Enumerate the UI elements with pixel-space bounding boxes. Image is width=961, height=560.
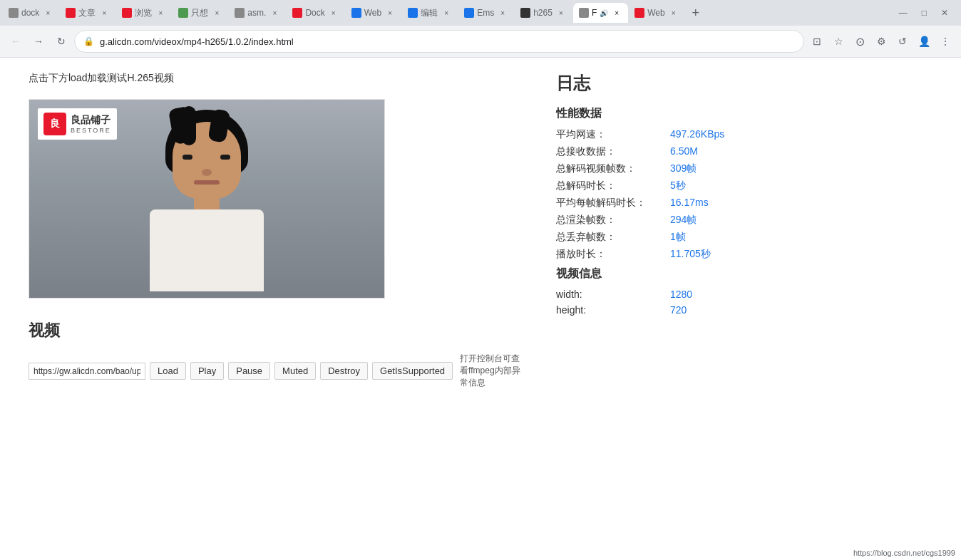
bookmark-button[interactable]: ☆ <box>828 31 848 51</box>
close-button[interactable]: ✕ <box>937 6 952 19</box>
status-url: https://blog.csdn.net/cgs1999 <box>853 549 955 557</box>
stat-value: 309帧 <box>670 162 697 175</box>
page-content: 点击下方load加载测试H.265视频 <box>0 58 961 560</box>
video-section-title: 视频 <box>29 320 528 341</box>
sync-button[interactable]: ↺ <box>893 31 913 51</box>
tab-close-icon[interactable]: × <box>441 7 452 19</box>
stat-row-height: height: 720 <box>556 304 784 316</box>
stat-label: 总接收数据： <box>556 145 670 158</box>
stat-label: 总解码时长： <box>556 180 670 192</box>
tab-favicon <box>408 8 418 18</box>
video-info-stats: width: 1280 height: 720 <box>556 289 784 316</box>
stat-label: 播放时长： <box>556 248 670 261</box>
tab-close-icon[interactable]: × <box>155 7 166 19</box>
brand-name-cn: 良品铺子 <box>71 114 111 127</box>
brand-text: 良品铺子 BESTORE <box>71 114 111 134</box>
stat-label: 平均网速： <box>556 128 670 141</box>
stat-value: 720 <box>670 304 687 316</box>
stat-row-avg-decode: 平均每帧解码时长： 16.17ms <box>556 197 784 209</box>
tab-favicon <box>66 8 76 18</box>
left-panel: 点击下方load加载测试H.265视频 <box>29 72 528 546</box>
stat-value: 11.705秒 <box>670 248 711 261</box>
stat-label: 总解码视频帧数： <box>556 162 670 175</box>
pause-button[interactable]: Pause <box>228 362 270 380</box>
video-container: 良 良品铺子 BESTORE <box>29 99 385 299</box>
console-status-text: 打开控制台可查看ffmpeg内部异常信息 <box>460 353 528 389</box>
tab-browse[interactable]: 浏览 × <box>116 3 172 23</box>
cast-button[interactable]: ⊡ <box>807 31 827 51</box>
status-bar: https://blog.csdn.net/cgs1999 <box>848 546 961 560</box>
play-button[interactable]: Play <box>190 362 224 380</box>
minimize-button[interactable]: — <box>895 6 912 19</box>
tab-close-icon[interactable]: × <box>269 7 280 19</box>
tab-favicon <box>235 8 245 18</box>
forward-button[interactable]: → <box>29 31 48 51</box>
tab-web2[interactable]: Web × <box>629 3 684 23</box>
tab-close-icon[interactable]: × <box>42 7 53 19</box>
reload-button[interactable]: ↻ <box>51 31 71 51</box>
window-controls: — □ ✕ <box>895 6 958 19</box>
extension-button[interactable]: ⚙ <box>871 31 891 51</box>
tab-favicon <box>178 8 188 18</box>
stat-value: 1280 <box>670 289 692 300</box>
new-tab-button[interactable]: + <box>686 3 706 23</box>
destroy-button[interactable]: Destroy <box>320 362 368 380</box>
tab-close-icon[interactable]: × <box>384 7 396 19</box>
video-controls: https://gw.alicdn.com/bao/uploaded/LB1l2… <box>29 353 528 389</box>
stat-value: 16.17ms <box>670 197 709 209</box>
menu-button[interactable]: ⋮ <box>935 31 955 51</box>
tab-close-icon[interactable]: × <box>497 7 508 19</box>
stat-row-width: width: 1280 <box>556 289 784 300</box>
stat-value: 294帧 <box>670 214 697 227</box>
back-button[interactable]: ← <box>6 31 26 51</box>
tab-favicon <box>579 8 589 18</box>
speaker-icon: 🔊 <box>600 9 608 17</box>
tab-close-icon[interactable]: × <box>328 7 339 19</box>
get-supported-button[interactable]: GetIsSupported <box>372 362 453 380</box>
tab-favicon <box>122 8 132 18</box>
stat-label: 总渲染帧数： <box>556 214 670 227</box>
muted-button[interactable]: Muted <box>274 362 316 380</box>
stat-row-render-frames: 总渲染帧数： 294帧 <box>556 214 784 227</box>
stat-row-decode-time: 总解码时长： 5秒 <box>556 180 784 192</box>
stat-value: 6.50M <box>670 145 698 158</box>
nav-actions: ⊡ ☆ ⊙ ⚙ ↺ 👤 ⋮ <box>807 31 955 51</box>
right-panel: 日志 性能数据 平均网速： 497.26KBps 总接收数据： 6.50M 总解… <box>556 72 784 546</box>
tab-dock[interactable]: dock × <box>3 3 59 23</box>
stat-label: height: <box>556 304 670 316</box>
tab-close-icon[interactable]: × <box>98 7 110 19</box>
tab-close-icon[interactable]: × <box>611 7 622 19</box>
stat-row-decode-frames: 总解码视频帧数： 309帧 <box>556 162 784 175</box>
tab-edit[interactable]: 编辑 × <box>402 3 458 23</box>
page-header: 点击下方load加载测试H.265视频 <box>29 72 528 85</box>
tab-favicon <box>634 8 644 18</box>
tab-asm[interactable]: asm. × <box>229 3 286 23</box>
lock-icon: 🔒 <box>83 36 94 46</box>
nav-bar: ← → ↻ 🔒 g.alicdn.com/videox/mp4-h265/1.0… <box>0 26 961 57</box>
tab-article[interactable]: 文章 × <box>60 3 115 23</box>
brand-name-en: BESTORE <box>71 127 111 134</box>
address-bar[interactable]: 🔒 g.alicdn.com/videox/mp4-h265/1.0.2/ind… <box>74 30 804 53</box>
tab-close-icon[interactable]: × <box>668 7 679 19</box>
address-text: g.alicdn.com/videox/mp4-h265/1.0.2/index… <box>100 36 795 47</box>
stat-value: 1帧 <box>670 231 686 244</box>
maximize-button[interactable]: □ <box>918 6 931 19</box>
video-url-input[interactable]: https://gw.alicdn.com/bao/uploaded/LB1l2… <box>29 363 145 380</box>
performance-section-header: 性能数据 <box>556 106 784 121</box>
performance-stats: 平均网速： 497.26KBps 总接收数据： 6.50M 总解码视频帧数： 3… <box>556 128 784 261</box>
tab-close-icon[interactable]: × <box>211 7 222 19</box>
tab-4[interactable]: 只想 × <box>173 3 228 23</box>
account-button[interactable]: 👤 <box>914 31 934 51</box>
brand-logo: 良 <box>43 113 66 135</box>
tab-close-icon[interactable]: × <box>555 7 567 19</box>
load-button[interactable]: Load <box>150 362 186 380</box>
tab-dock2[interactable]: Dock × <box>287 3 344 23</box>
stat-row-avg-speed: 平均网速： 497.26KBps <box>556 128 784 141</box>
stat-label: 总丢弃帧数： <box>556 231 670 244</box>
tab-active[interactable]: F 🔊 × <box>573 3 628 23</box>
tab-favicon <box>520 8 530 18</box>
tab-ems[interactable]: Ems × <box>458 3 514 23</box>
tab-h265[interactable]: h265 × <box>515 3 572 23</box>
profile-button[interactable]: ⊙ <box>850 31 870 51</box>
tab-web1[interactable]: Web × <box>346 3 401 23</box>
